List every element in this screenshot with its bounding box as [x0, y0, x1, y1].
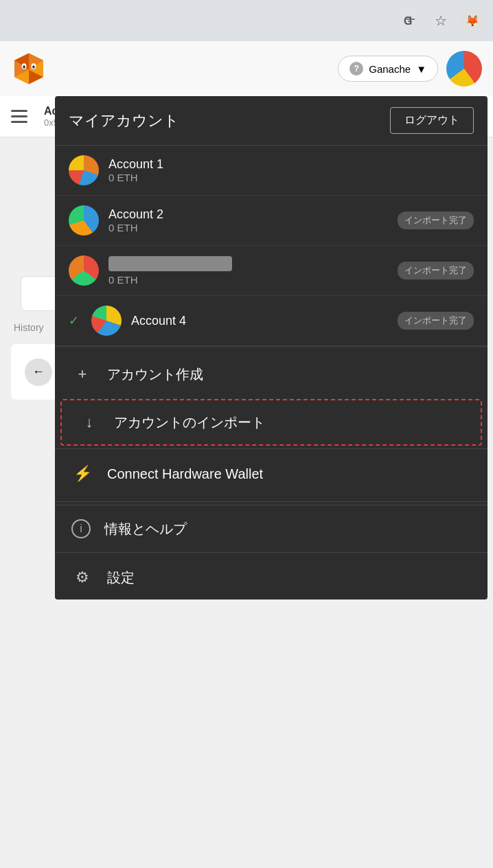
account-3-info: 0 ETH	[108, 256, 388, 286]
network-selector[interactable]: ? Ganache ▼	[338, 56, 438, 82]
account-3-name-blurred	[108, 256, 232, 271]
info-help-item[interactable]: i 情報とヘルプ	[55, 508, 488, 549]
account-4-name: Account 4	[131, 314, 388, 328]
network-chevron-icon: ▼	[416, 63, 426, 75]
chrome-bar: G ☆ 🦊	[0, 0, 493, 41]
account-3-imported-badge: インポート完了	[398, 262, 474, 279]
settings-item[interactable]: ⚙ 設定	[55, 556, 488, 599]
menu-title: マイアカウント	[69, 111, 179, 131]
account-list: Account 1 0 ETH Account 2 0 ETH インポート完了 …	[55, 146, 488, 347]
network-name: Ganache	[369, 63, 411, 75]
info-icon: i	[71, 519, 91, 538]
import-icon: ↓	[78, 411, 100, 433]
bookmark-icon[interactable]: ☆	[430, 10, 452, 32]
svg-point-13	[32, 65, 34, 68]
account-4-imported-badge: インポート完了	[398, 312, 474, 330]
account-1-name: Account 1	[108, 157, 474, 172]
account-item-1[interactable]: Account 1 0 ETH	[55, 146, 488, 196]
menu-actions: + アカウント作成 ↓ アカウントのインポート ⚡ Connect Hardwa…	[55, 347, 488, 502]
user-avatar[interactable]	[446, 51, 482, 87]
account-1-balance: 0 ETH	[108, 172, 474, 183]
usb-icon: ⚡	[71, 463, 93, 485]
account-4-info: Account 4	[131, 314, 388, 328]
settings-label: 設定	[107, 569, 135, 587]
account-1-avatar	[69, 155, 99, 185]
connect-hardware-item[interactable]: ⚡ Connect Hardware Wallet	[55, 452, 488, 496]
svg-point-12	[23, 65, 25, 68]
account-2-balance: 0 ETH	[108, 222, 388, 233]
account-item-4[interactable]: ✓ Account 4 インポート完了	[55, 296, 488, 346]
import-account-label: アカウントのインポート	[114, 413, 265, 432]
account-1-info: Account 1 0 ETH	[108, 157, 474, 183]
logout-button[interactable]: ログアウト	[390, 107, 474, 134]
account-dropdown-menu: マイアカウント ログアウト Account 1 0 ETH Account 2 …	[55, 96, 488, 599]
menu-header: マイアカウント ログアウト	[55, 96, 488, 146]
account-2-avatar	[69, 205, 99, 236]
translate-icon[interactable]: G	[400, 10, 422, 32]
tx-arrow-icon: ←	[25, 358, 52, 386]
account-2-name: Account 2	[108, 207, 388, 222]
menu-divider-1	[55, 448, 488, 449]
account-2-imported-badge: インポート完了	[398, 212, 474, 229]
menu-divider-3	[55, 552, 488, 553]
account-item-3[interactable]: 0 ETH インポート完了	[55, 246, 488, 296]
connect-hardware-label: Connect Hardware Wallet	[107, 466, 263, 482]
network-question-icon: ?	[349, 62, 363, 76]
account-3-avatar	[69, 255, 99, 286]
gear-icon: ⚙	[71, 567, 93, 589]
import-account-item[interactable]: ↓ アカウントのインポート	[60, 399, 482, 446]
create-account-item[interactable]: + アカウント作成	[55, 352, 488, 396]
create-account-label: アカウント作成	[107, 365, 203, 384]
hamburger-menu[interactable]	[11, 110, 27, 123]
fox-avatar[interactable]: 🦊	[460, 8, 485, 33]
plus-icon: +	[71, 363, 93, 385]
account-2-info: Account 2 0 ETH	[108, 207, 388, 233]
account-4-avatar	[91, 306, 122, 336]
metamask-header: ? Ganache ▼	[0, 41, 493, 96]
info-help-label: 情報とヘルプ	[104, 520, 187, 538]
account-3-balance: 0 ETH	[108, 274, 388, 286]
account-item-2[interactable]: Account 2 0 ETH インポート完了	[55, 196, 488, 246]
active-account-check-icon: ✓	[69, 313, 79, 328]
menu-divider-2	[55, 505, 488, 505]
metamask-logo	[11, 51, 47, 87]
